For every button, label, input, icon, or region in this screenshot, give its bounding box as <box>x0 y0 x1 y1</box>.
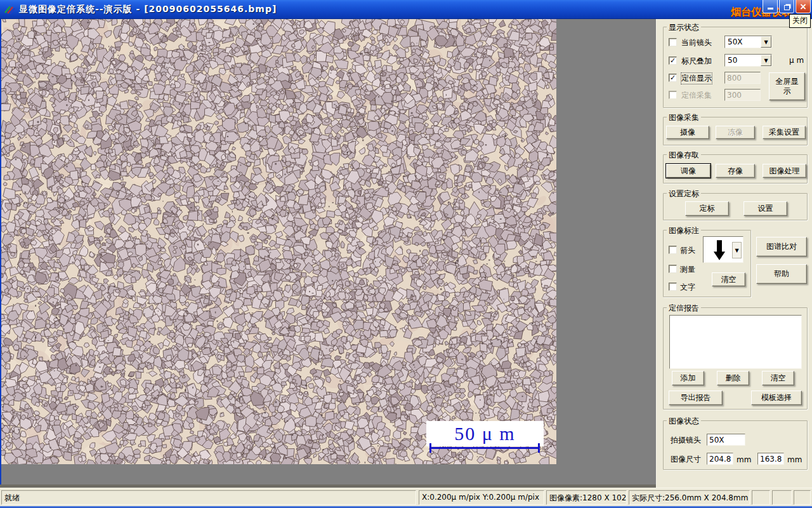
ruler-value: 50 <box>728 56 737 65</box>
fixed-display-checkbox[interactable]: ✓ <box>669 74 677 82</box>
ruler-unit-label: μ m <box>789 56 804 65</box>
measure-label: 测量 <box>680 264 695 275</box>
down-arrow-icon <box>711 239 728 261</box>
status-bar: 就绪 X:0.200μ m/pix Y:0.200μ m/pix 图像像素:12… <box>0 488 812 506</box>
statusbar-image-pixels: 图像像素:1280 X 1024 <box>546 490 627 505</box>
image-size-label: 图像尺寸 <box>671 454 701 465</box>
scale-bar-tick-left <box>429 443 431 453</box>
title-bar: 显微图像定倍系统--演示版 - [20090602055646.bmp] 烟台仪… <box>0 0 812 19</box>
image-height-value: 163.8 <box>757 453 784 465</box>
ruler-overlay-label: 标尺叠加 <box>681 56 712 67</box>
control-panel: 显示状态 当前镜头 50X ▼ ✓ 标尺叠加 50 ▼ μ m ✓ 定倍显示 8… <box>656 19 812 488</box>
report-delete-button[interactable]: 删除 <box>717 371 749 385</box>
report-clear-button[interactable]: 清空 <box>762 371 794 385</box>
minimize-button[interactable] <box>763 0 778 13</box>
chevron-down-icon[interactable]: ▼ <box>761 36 771 48</box>
image-width-unit: mm <box>737 455 751 464</box>
close-tooltip: 关闭 <box>789 14 811 28</box>
current-lens-checkbox[interactable] <box>669 38 677 46</box>
camera-button[interactable]: 摄像 <box>666 126 709 139</box>
statusbar-ready: 就绪 <box>1 490 416 505</box>
statusbar-empty-2 <box>772 490 792 505</box>
text-label: 文字 <box>680 282 695 293</box>
group-image-storage: 图像存取 调像 存像 图像处理 <box>663 154 808 184</box>
statusbar-pixel-scale: X:0.200μ m/pix Y:0.200μ m/pix <box>419 490 544 505</box>
group-display-status: 显示状态 当前镜头 50X ▼ ✓ 标尺叠加 50 ▼ μ m ✓ 定倍显示 8… <box>663 27 808 108</box>
scale-bar-text: 50 μ m <box>454 423 515 444</box>
close-button[interactable]: × <box>796 0 811 13</box>
fixed-capture-input: 300 <box>724 89 761 101</box>
current-lens-value: 50X <box>728 37 743 46</box>
scale-bar-tick-right <box>538 443 540 453</box>
group-annotation-title: 图像标注 <box>667 225 701 236</box>
text-checkbox[interactable] <box>669 283 677 291</box>
micrograph-viewport[interactable]: 50 μ m <box>1 19 556 464</box>
fixed-capture-checkbox <box>669 91 677 99</box>
group-annotation: 图像标注 箭头 ▼ 测量 清空 文字 <box>663 230 751 297</box>
atlas-compare-button[interactable]: 图谱比对 <box>756 237 807 257</box>
fixed-display-label: 定倍显示 <box>681 73 712 84</box>
calibrate-button[interactable]: 定标 <box>685 201 729 216</box>
close-icon: × <box>799 0 807 13</box>
template-select-button[interactable]: 模板选择 <box>751 391 802 405</box>
save-image-button[interactable]: 存像 <box>716 164 755 178</box>
capture-lens-value: 50X <box>707 434 745 446</box>
report-add-button[interactable]: 添加 <box>672 371 704 385</box>
statusbar-empty-3 <box>794 490 811 505</box>
current-lens-label: 当前镜头 <box>681 37 712 48</box>
restore-icon <box>784 5 790 10</box>
group-image-status-title: 图像状态 <box>667 416 701 427</box>
group-display-status-title: 显示状态 <box>667 22 701 33</box>
image-height-unit: mm <box>787 455 802 464</box>
arrow-checkbox[interactable] <box>669 246 677 254</box>
image-process-button[interactable]: 图像处理 <box>763 164 806 178</box>
check-icon: ✓ <box>670 57 676 64</box>
measure-checkbox[interactable] <box>669 265 677 273</box>
ruler-overlay-checkbox[interactable]: ✓ <box>669 57 677 65</box>
statusbar-actual-size: 实际尺寸:256.0mm X 204.8mm <box>629 490 750 505</box>
calibration-setup-button[interactable]: 设置 <box>743 201 787 216</box>
scale-bar-label-box: 50 μ m <box>426 421 544 446</box>
fixed-capture-label: 定倍采集 <box>681 90 712 101</box>
group-image-status: 图像状态 拍摄镜头 50X 图像尺寸 204.8 mm 163.8 mm <box>663 420 808 470</box>
group-report: 定倍报告 添加 删除 清空 导出报告 模板选择 <box>663 307 808 410</box>
group-calibration-title: 设置定标 <box>667 189 701 199</box>
app-icon <box>4 4 15 15</box>
scale-bar-line <box>429 447 540 449</box>
group-image-capture-title: 图像采集 <box>667 112 701 123</box>
statusbar-empty-1 <box>752 490 770 505</box>
export-report-button[interactable]: 导出报告 <box>669 391 723 405</box>
group-report-title: 定倍报告 <box>667 303 701 314</box>
load-image-button[interactable]: 调像 <box>666 164 710 178</box>
check-icon: ✓ <box>670 74 676 81</box>
group-calibration: 设置定标 定标 设置 <box>663 193 808 220</box>
chevron-down-icon[interactable]: ▼ <box>761 55 771 66</box>
image-width-value: 204.8 <box>707 453 733 465</box>
group-image-storage-title: 图像存取 <box>667 150 701 161</box>
window-title: 显微图像定倍系统--演示版 - [20090602055646.bmp] <box>19 4 277 15</box>
fullscreen-button[interactable]: 全屏显示 <box>769 72 805 100</box>
group-image-capture: 图像采集 摄像 冻像 采集设置 <box>663 117 808 145</box>
arrow-style-picker[interactable]: ▼ <box>703 236 743 263</box>
micrograph-image[interactable] <box>1 19 556 464</box>
chevron-down-icon[interactable]: ▼ <box>732 242 742 258</box>
minimize-icon <box>768 8 773 10</box>
capture-lens-label: 拍摄镜头 <box>671 435 701 446</box>
report-listbox[interactable] <box>669 315 802 369</box>
current-lens-select[interactable]: 50X ▼ <box>724 36 772 48</box>
help-button[interactable]: 帮助 <box>756 264 807 284</box>
restore-button[interactable] <box>779 0 794 13</box>
annotation-clear-button[interactable]: 清空 <box>712 272 745 286</box>
fixed-display-input: 800 <box>724 72 761 84</box>
freeze-button: 冻像 <box>716 126 755 139</box>
arrow-label: 箭头 <box>680 245 695 256</box>
ruler-value-select[interactable]: 50 ▼ <box>724 54 772 67</box>
capture-settings-button[interactable]: 采集设置 <box>763 126 806 139</box>
